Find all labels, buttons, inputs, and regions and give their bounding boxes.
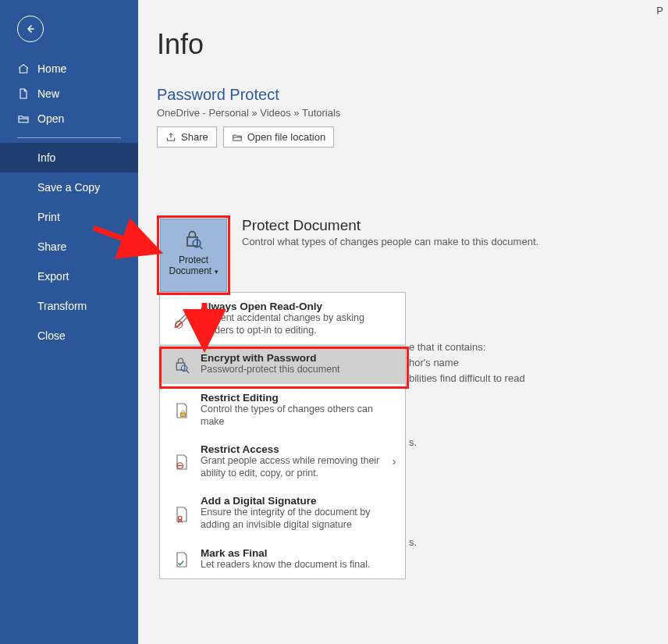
menu-item-title: Restrict Editing bbox=[201, 392, 399, 404]
nav-label: Export bbox=[37, 270, 69, 283]
sidebar-item-saveacopy[interactable]: Save a Copy bbox=[0, 173, 138, 202]
topright-badge: P bbox=[656, 5, 663, 16]
file-check-icon bbox=[172, 550, 191, 569]
sidebar-item-info[interactable]: Info bbox=[0, 143, 138, 173]
nav-label: Close bbox=[37, 329, 66, 342]
menu-item-desc: Ensure the integrity of the document by … bbox=[201, 507, 399, 531]
protect-document-button[interactable]: ProtectDocument ▾ bbox=[160, 219, 227, 292]
menu-item-encrypt-password[interactable]: Encrypt with PasswordPassword-protect th… bbox=[160, 344, 405, 384]
protect-document-header: Protect Document Control what types of c… bbox=[242, 217, 538, 247]
bg-text-fragment: bilities find difficult to read bbox=[409, 371, 525, 386]
folder-open-icon bbox=[232, 132, 243, 143]
backstage-sidebar: Home New Open Info Save a Copy Print Sha… bbox=[0, 0, 138, 644]
bg-text-fragment: s. bbox=[409, 535, 417, 550]
svg-rect-3 bbox=[176, 363, 185, 370]
sidebar-item-export[interactable]: Export bbox=[0, 262, 138, 291]
share-icon bbox=[165, 132, 176, 143]
nav-label: New bbox=[37, 87, 59, 100]
protect-document-menu: Always Open Read-OnlyPrevent accidental … bbox=[159, 292, 406, 579]
sidebar-item-home[interactable]: Home bbox=[0, 56, 138, 81]
tile-label-2: Document bbox=[169, 265, 211, 276]
home-icon bbox=[17, 62, 30, 75]
sidebar-item-open[interactable]: Open bbox=[0, 106, 138, 131]
share-button-label: Share bbox=[181, 131, 208, 143]
menu-item-title: Always Open Read-Only bbox=[201, 301, 399, 312]
back-arrow-icon bbox=[23, 22, 37, 36]
nav-label: Share bbox=[37, 240, 66, 253]
menu-item-desc: Let readers know the document is final. bbox=[201, 559, 399, 571]
menu-item-mark-final[interactable]: Mark as FinalLet readers know the docume… bbox=[160, 539, 405, 579]
menu-item-desc: Prevent accidental changes by asking rea… bbox=[201, 312, 399, 336]
menu-item-title: Add a Digital Signature bbox=[201, 495, 399, 507]
pencil-no-icon bbox=[172, 310, 191, 329]
sidebar-item-new[interactable]: New bbox=[0, 81, 138, 106]
file-ribbon-icon bbox=[172, 505, 191, 524]
menu-item-read-only[interactable]: Always Open Read-OnlyPrevent accidental … bbox=[160, 293, 405, 344]
back-button[interactable] bbox=[17, 16, 44, 42]
menu-item-digital-signature[interactable]: Add a Digital SignatureEnsure the integr… bbox=[160, 487, 405, 539]
bg-text-fragment: e that it contains: bbox=[409, 340, 485, 355]
file-no-icon bbox=[172, 453, 191, 471]
nav-label: Transform bbox=[37, 300, 87, 312]
folder-open-icon bbox=[17, 112, 30, 125]
bg-text-fragment: hor's name bbox=[409, 355, 459, 371]
bg-text-fragment: s. bbox=[409, 435, 417, 450]
menu-item-restrict-editing[interactable]: Restrict EditingControl the types of cha… bbox=[160, 384, 405, 436]
tile-label-1: Protect bbox=[179, 254, 208, 265]
lock-magnify-icon bbox=[181, 227, 206, 252]
submenu-chevron-icon: › bbox=[389, 455, 399, 468]
nav-label: Print bbox=[37, 211, 60, 223]
sidebar-item-print[interactable]: Print bbox=[0, 202, 138, 232]
menu-item-desc: Control the types of changes others can … bbox=[201, 404, 399, 428]
open-file-location-button[interactable]: Open file location bbox=[223, 126, 334, 148]
svg-rect-5 bbox=[181, 413, 186, 417]
nav-label: Home bbox=[37, 62, 66, 75]
menu-item-desc: Password-protect this document bbox=[201, 364, 399, 376]
nav-label: Save a Copy bbox=[37, 181, 100, 194]
menu-item-title: Mark as Final bbox=[201, 547, 399, 559]
nav-label: Open bbox=[37, 112, 64, 125]
sidebar-item-share[interactable]: Share bbox=[0, 232, 138, 262]
menu-item-restrict-access[interactable]: Restrict AccessGrant people access while… bbox=[160, 436, 405, 487]
share-button[interactable]: Share bbox=[157, 126, 217, 148]
page-title: Info bbox=[157, 28, 668, 61]
lock-magnify-icon bbox=[172, 356, 191, 375]
document-title: Password Protect bbox=[157, 86, 668, 104]
chevron-down-icon: ▾ bbox=[215, 268, 219, 276]
file-icon bbox=[17, 87, 30, 100]
svg-rect-0 bbox=[187, 237, 197, 246]
file-lock-icon bbox=[172, 401, 191, 420]
menu-item-desc: Grant people access while removing their… bbox=[201, 455, 382, 479]
sidebar-item-transform[interactable]: Transform bbox=[0, 291, 138, 321]
breadcrumb: OneDrive - Personal » Videos » Tutorials bbox=[157, 107, 668, 119]
menu-item-title: Restrict Access bbox=[201, 443, 382, 455]
nav-label: Info bbox=[37, 151, 55, 164]
open-file-location-label: Open file location bbox=[247, 131, 325, 143]
sidebar-divider bbox=[17, 137, 121, 138]
protect-header-title: Protect Document bbox=[242, 217, 538, 234]
menu-item-title: Encrypt with Password bbox=[201, 352, 399, 364]
protect-header-sub: Control what types of changes people can… bbox=[242, 236, 538, 247]
sidebar-item-close[interactable]: Close bbox=[0, 321, 138, 350]
